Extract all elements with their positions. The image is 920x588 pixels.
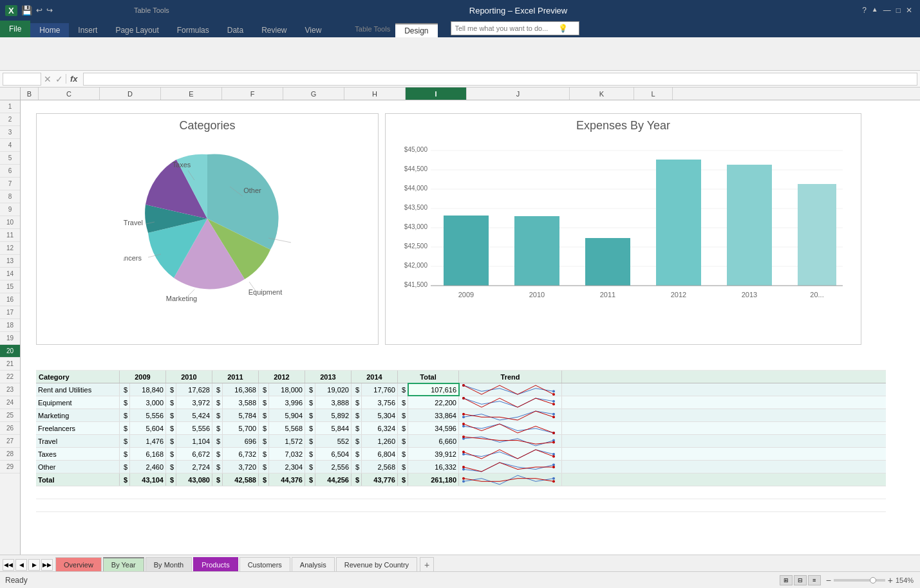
col-hdr-e[interactable]: E	[161, 87, 222, 100]
table-cell[interactable]: $	[166, 409, 176, 421]
table-row[interactable]: Total$43,104$43,080$42,588$44,376$44,256…	[36, 473, 886, 486]
sheet-tab-bymonth[interactable]: By Month	[146, 557, 192, 571]
table-cell[interactable]: 34,596	[408, 422, 459, 434]
table-cell[interactable]: 18,840	[130, 383, 166, 396]
zoom-out-btn[interactable]: −	[826, 575, 831, 585]
table-cell[interactable]: $	[120, 422, 130, 434]
cells-area[interactable]: Categories	[21, 100, 920, 570]
table-cell[interactable]: $	[120, 396, 130, 409]
table-cell[interactable]: $	[305, 409, 315, 421]
table-cell[interactable]: $	[212, 383, 223, 396]
table-cell[interactable]: $	[259, 435, 269, 447]
ribbon-toggle[interactable]: ▲	[872, 6, 878, 15]
table-cell[interactable]: 22,200	[408, 396, 459, 409]
table-cell[interactable]: Marketing	[36, 409, 120, 421]
search-input[interactable]	[455, 24, 558, 32]
table-cell[interactable]: 3,888	[315, 396, 352, 409]
table-cell[interactable]: 18,000	[269, 383, 305, 396]
col-hdr-h[interactable]: H	[344, 87, 406, 100]
table-cell[interactable]: $	[398, 461, 408, 473]
tab-nav-prev[interactable]: ◀	[15, 559, 27, 571]
table-cell[interactable]: $	[212, 448, 223, 460]
table-row[interactable]: Freelancers$5,604$5,556$5,700$5,568$5,84…	[36, 422, 886, 435]
table-cell[interactable]: 3,756	[362, 396, 398, 409]
table-cell[interactable]: 3,720	[223, 461, 259, 473]
tab-file[interactable]: File	[0, 21, 30, 37]
table-cell[interactable]: $	[352, 396, 362, 409]
sheet-tab-products[interactable]: Products	[193, 557, 238, 571]
table-row[interactable]: Other$2,460$2,724$3,720$2,304$2,556$2,56…	[36, 461, 886, 473]
table-cell[interactable]: $	[166, 435, 176, 447]
tab-review[interactable]: Review	[252, 23, 296, 37]
table-cell[interactable]: $	[259, 448, 269, 460]
table-row[interactable]: Taxes$6,168$6,672$6,732$7,032$6,504$6,80…	[36, 448, 886, 461]
table-cell[interactable]: 6,732	[223, 448, 259, 460]
table-cell[interactable]: 5,556	[176, 422, 212, 434]
table-cell[interactable]: $	[212, 409, 223, 421]
table-cell[interactable]: $	[166, 448, 176, 460]
zoom-in-btn[interactable]: +	[888, 575, 893, 585]
table-cell[interactable]: 1,476	[130, 435, 166, 447]
maximize-btn[interactable]: □	[896, 6, 901, 15]
col-hdr-d[interactable]: D	[100, 87, 161, 100]
table-cell[interactable]: $	[120, 409, 130, 421]
table-cell[interactable]: $	[259, 461, 269, 473]
cancel-formula-icon[interactable]: ✕	[42, 74, 53, 84]
normal-view-btn[interactable]: ⊞	[780, 575, 793, 585]
table-cell[interactable]: 17,628	[176, 383, 212, 396]
tab-formulas[interactable]: Formulas	[168, 23, 218, 37]
col-hdr-c[interactable]: C	[39, 87, 100, 100]
search-box[interactable]: 💡	[451, 21, 579, 35]
table-cell[interactable]: 5,844	[315, 422, 352, 434]
table-cell[interactable]: 7,032	[269, 448, 305, 460]
table-cell[interactable]: 1,104	[176, 435, 212, 447]
table-cell[interactable]: $	[352, 422, 362, 434]
table-cell[interactable]: Equipment	[36, 396, 120, 409]
table-cell[interactable]: $	[305, 461, 315, 473]
table-cell[interactable]: 5,700	[223, 422, 259, 434]
minimize-btn[interactable]: —	[883, 6, 891, 15]
table-cell[interactable]: $	[259, 396, 269, 409]
table-cell[interactable]: 5,568	[269, 422, 305, 434]
table-cell[interactable]: $	[398, 422, 408, 434]
col-hdr-l[interactable]: L	[634, 87, 673, 100]
table-cell[interactable]: 17,760	[362, 383, 398, 396]
save-icon[interactable]: 💾	[21, 5, 32, 15]
table-cell[interactable]: 3,996	[269, 396, 305, 409]
table-cell[interactable]: 3,972	[176, 396, 212, 409]
add-sheet-btn[interactable]: +	[420, 557, 434, 571]
tab-pagelayout[interactable]: Page Layout	[106, 23, 167, 37]
col-hdr-g[interactable]: G	[283, 87, 344, 100]
table-cell[interactable]: 107,616	[408, 383, 459, 396]
zoom-track[interactable]	[834, 579, 885, 582]
table-cell[interactable]: $	[120, 435, 130, 447]
table-cell[interactable]: $	[398, 383, 408, 396]
table-cell[interactable]: 3,588	[223, 396, 259, 409]
page-layout-btn[interactable]: ⊟	[794, 575, 807, 585]
table-cell[interactable]: 5,892	[315, 409, 352, 421]
table-cell[interactable]: $	[398, 396, 408, 409]
table-row[interactable]: Marketing$5,556$5,424$5,784$5,904$5,892$…	[36, 409, 886, 422]
table-cell[interactable]: 39,912	[408, 448, 459, 460]
table-cell[interactable]: 5,604	[130, 422, 166, 434]
table-cell[interactable]: $	[259, 422, 269, 434]
table-cell[interactable]: $	[212, 461, 223, 473]
table-cell[interactable]: 3,000	[130, 396, 166, 409]
zoom-thumb[interactable]	[870, 577, 876, 583]
table-cell[interactable]: Freelancers	[36, 422, 120, 434]
table-cell[interactable]: $	[166, 461, 176, 473]
table-row[interactable]: Equipment$3,000$3,972$3,588$3,996$3,888$…	[36, 396, 886, 409]
sheet-tab-byyear[interactable]: By Year	[103, 557, 144, 571]
table-cell[interactable]: 552	[315, 435, 352, 447]
sheet-tab-overview[interactable]: Overview	[55, 557, 102, 571]
table-cell[interactable]: $	[259, 383, 269, 396]
table-cell[interactable]: 2,304	[269, 461, 305, 473]
col-hdr-i[interactable]: I	[406, 87, 467, 100]
tab-insert[interactable]: Insert	[69, 23, 106, 37]
table-cell[interactable]: $	[166, 396, 176, 409]
tab-nav-left[interactable]: ◀◀	[3, 559, 14, 571]
confirm-formula-icon[interactable]: ✓	[54, 74, 64, 84]
table-cell[interactable]: 33,864	[408, 409, 459, 421]
table-cell[interactable]: 2,556	[315, 461, 352, 473]
table-cell[interactable]: 5,304	[362, 409, 398, 421]
